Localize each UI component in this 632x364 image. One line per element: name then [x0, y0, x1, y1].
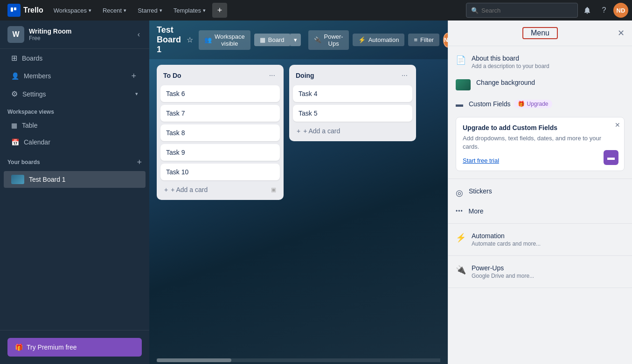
add-card-icon: + — [164, 186, 168, 193]
automation-desc: Automate cards and more... — [472, 240, 625, 247]
workspace-plan: Free — [29, 35, 131, 41]
card-task9[interactable]: Task 9 — [160, 144, 280, 161]
upgrade-icon: 🎁 — [518, 101, 525, 107]
sidebar-item-table[interactable]: ▦ Table — [4, 118, 146, 133]
recent-menu[interactable]: Recent ▾ — [98, 4, 131, 17]
board-star-button[interactable]: ☆ — [185, 34, 195, 46]
automation-title: Automation — [472, 232, 625, 240]
panel-item-power-ups[interactable]: 🔌 Power-Ups Google Drive and more... — [448, 260, 632, 284]
more-icon: ••• — [456, 208, 463, 214]
settings-label: Settings — [22, 90, 131, 98]
panel-section-4: 🔌 Power-Ups Google Drive and more... — [448, 256, 632, 288]
automation-button[interactable]: ⚡ Automation — [353, 34, 405, 46]
power-ups-button[interactable]: 🔌 Power-Ups — [308, 30, 349, 50]
trello-logo-icon — [7, 4, 21, 17]
panel-item-automation[interactable]: ⚡ Automation Automate cards and more... — [448, 227, 632, 252]
settings-chevron-icon: ▾ — [135, 91, 138, 97]
card-task4[interactable]: Task 4 — [293, 85, 412, 102]
panel-item-stickers[interactable]: ◎ Stickers — [448, 183, 632, 203]
your-boards-section: Your boards + — [0, 154, 149, 170]
sidebar-collapse-button[interactable]: ‹ — [136, 28, 142, 41]
more-content: More — [469, 207, 625, 215]
board-user-avatar[interactable]: ND — [443, 33, 448, 48]
power-ups-title: Power-Ups — [472, 264, 625, 272]
svg-rect-1 — [14, 7, 16, 10]
main-area: W Writing Room Free ‹ ⊞ Boards 👤 Members… — [0, 21, 632, 364]
starred-menu[interactable]: Starred ▾ — [133, 4, 167, 17]
more-title: More — [469, 207, 625, 215]
panel-item-about[interactable]: 📄 About this board Add a description to … — [448, 50, 632, 74]
sidebar-item-calendar[interactable]: 📅 Calendar — [4, 135, 146, 150]
board-scrollbar-thumb — [157, 358, 231, 362]
workspace-avatar: W — [7, 26, 24, 43]
settings-icon: ⚙ — [11, 89, 18, 98]
panel-item-custom-fields[interactable]: ▬ Custom Fields 🎁 Upgrade — [448, 95, 632, 113]
board-scrollbar[interactable] — [157, 358, 440, 362]
try-premium-button[interactable]: 🎁 Try Premium free — [7, 338, 142, 357]
card-task8[interactable]: Task 8 — [160, 124, 280, 141]
table-label: Table — [22, 122, 138, 129]
members-label: Members — [24, 72, 125, 80]
workspace-info: Writing Room Free — [29, 27, 131, 41]
change-bg-title: Change background — [476, 79, 625, 86]
upgrade-box-title: Upgrade to add Custom Fields — [463, 124, 618, 131]
help-button[interactable]: ? — [597, 3, 611, 18]
custom-fields-icon: ▬ — [456, 100, 463, 109]
workspaces-menu[interactable]: Workspaces ▾ — [49, 4, 96, 17]
board-header: Test Board 1 ☆ 👥 Workspace visible ▦ Boa… — [149, 21, 448, 59]
board-view-button[interactable]: ▦ Board — [254, 34, 290, 46]
sidebar-item-settings[interactable]: ⚙ Settings ▾ — [4, 86, 146, 102]
templates-menu[interactable]: Templates ▾ — [169, 4, 210, 17]
stickers-title: Stickers — [469, 187, 625, 195]
card-task5[interactable]: Task 5 — [293, 105, 412, 122]
upgrade-box-icon: ▬ — [604, 150, 618, 165]
about-icon: 📄 — [456, 55, 466, 65]
sidebar-item-boards[interactable]: ⊞ Boards — [4, 50, 146, 66]
app-name: Trello — [23, 6, 43, 14]
card-task7[interactable]: Task 7 — [160, 105, 280, 122]
board-area: Test Board 1 ☆ 👥 Workspace visible ▦ Boa… — [149, 21, 448, 364]
board-thumbnail — [11, 175, 24, 184]
custom-fields-title: Custom Fields — [469, 100, 510, 108]
filter-icon: ≡ — [414, 36, 417, 43]
list-menu-doing[interactable]: ··· — [399, 70, 410, 81]
panel-title-box: Menu — [522, 27, 558, 39]
stickers-icon: ◎ — [456, 188, 463, 198]
workspace-name: Writing Room — [29, 27, 131, 35]
search-input[interactable] — [481, 7, 573, 14]
add-card-doing[interactable]: + + Add a card — [293, 124, 412, 137]
workspace-header: W Writing Room Free ‹ — [0, 21, 149, 49]
stickers-content: Stickers — [469, 187, 625, 195]
visibility-icon: 👥 — [204, 36, 212, 43]
create-button[interactable]: + — [212, 3, 227, 18]
search-box[interactable]: 🔍 — [466, 3, 578, 18]
add-member-button[interactable]: + — [129, 72, 138, 80]
list-menu-todo[interactable]: ··· — [266, 70, 278, 81]
panel-item-more[interactable]: ••• More — [448, 203, 632, 220]
board-item-name: Test Board 1 — [29, 176, 66, 183]
svg-rect-0 — [11, 7, 13, 12]
table-icon: ▦ — [11, 122, 17, 129]
board-item-test-board-1[interactable]: Test Board 1 — [4, 171, 146, 188]
card-task10[interactable]: Task 10 — [160, 164, 280, 180]
members-icon: 👤 — [11, 72, 19, 80]
automation-panel-icon: ⚡ — [456, 233, 466, 243]
notifications-button[interactable] — [580, 3, 595, 18]
user-avatar[interactable]: ND — [613, 3, 628, 18]
panel-close-button[interactable]: ✕ — [616, 26, 626, 40]
sidebar-item-members[interactable]: 👤 Members + — [4, 68, 146, 84]
add-card-todo[interactable]: + + Add a card ▣ — [160, 183, 280, 196]
board-icon: ▦ — [260, 36, 265, 43]
start-free-trial-link[interactable]: Start free trial — [463, 157, 499, 164]
card-task6[interactable]: Task 6 — [160, 85, 280, 102]
board-visibility-button[interactable]: 👥 Workspace visible — [199, 30, 250, 50]
board-view-dropdown[interactable]: ▾ — [290, 34, 301, 46]
list-todo: To Do ··· Task 6 Task 7 Task 8 Task 9 Ta… — [157, 65, 284, 200]
add-board-button[interactable]: + — [137, 158, 142, 166]
filter-button[interactable]: ≡ Filter — [408, 34, 439, 46]
premium-icon: 🎁 — [15, 343, 23, 351]
upgrade-box-close-button[interactable]: ✕ — [615, 121, 620, 129]
app-logo[interactable]: Trello — [4, 4, 47, 17]
board-title[interactable]: Test Board 1 — [157, 25, 181, 55]
panel-item-change-bg[interactable]: Change background — [448, 74, 632, 95]
